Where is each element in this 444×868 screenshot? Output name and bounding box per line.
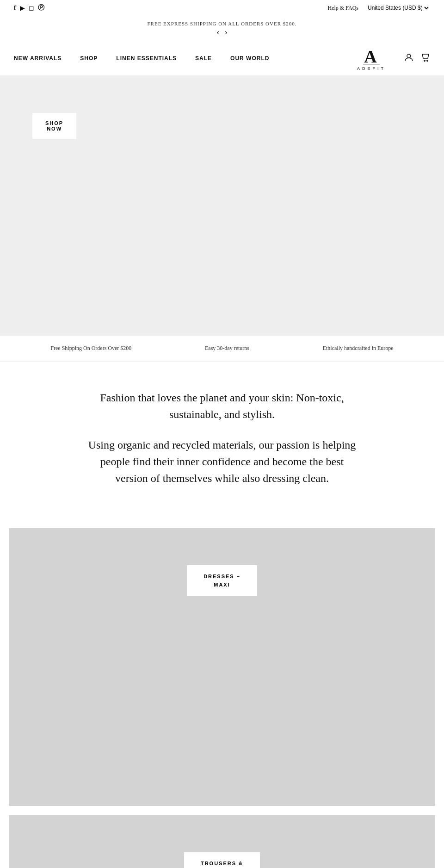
category-trousers-jumpsuits-button[interactable]: TROUSERS &JUMPSUITS — [184, 852, 260, 868]
svg-point-4 — [427, 60, 428, 61]
feature-shipping: Free Shipping On Orders Over $200 — [50, 345, 131, 352]
category-dresses-maxi-button[interactable]: DRESSES –MAXI — [187, 565, 257, 596]
currency-selector[interactable]: United States (USD $) — [366, 4, 430, 12]
account-icon[interactable] — [404, 53, 413, 64]
user-actions — [404, 48, 430, 69]
shop-now-button[interactable]: SHOPNOW — [32, 113, 76, 139]
announcement-prev-btn[interactable]: ‹ — [217, 28, 219, 37]
logo-sub: ADEFIT — [357, 66, 386, 71]
announcement-bar: FREE EXPRESS SHIPPING ON ALL ORDERS OVER… — [0, 16, 444, 41]
nav-shop[interactable]: SHOP — [80, 46, 98, 71]
nav-sale[interactable]: SALE — [195, 46, 212, 71]
nav-linen-essentials[interactable]: LINEN ESSENTIALS — [116, 46, 177, 71]
announcement-next-btn[interactable]: › — [225, 28, 227, 37]
mission-para-1: Fashion that loves the planet and your s… — [88, 389, 356, 423]
announcement-text: FREE EXPRESS SHIPPING ON ALL ORDERS OVER… — [147, 21, 296, 26]
mission-para-2: Using organic and recycled materials, ou… — [88, 437, 356, 487]
category-block-dresses-maxi: DRESSES –MAXI — [9, 528, 435, 806]
cart-icon[interactable] — [421, 53, 430, 64]
social-icons: 𝐟 ▶ ◻ Ⓟ — [14, 4, 44, 12]
categories-section: DRESSES –MAXI TROUSERS &JUMPSUITS TOPS &… — [0, 514, 444, 868]
instagram-icon[interactable]: ◻ — [29, 4, 34, 12]
svg-point-2 — [407, 54, 411, 58]
feature-returns: Easy 30-day returns — [205, 345, 249, 352]
nav-new-arrivals[interactable]: NEW ARRIVALS — [14, 46, 62, 71]
nav-links: NEW ARRIVALS SHOP LINEN ESSENTIALS SALE … — [14, 46, 339, 71]
top-bar: 𝐟 ▶ ◻ Ⓟ Help & FAQs United States (USD $… — [0, 0, 444, 16]
facebook-icon[interactable]: 𝐟 — [14, 4, 16, 12]
logo[interactable]: A ADEFIT — [339, 41, 404, 75]
youtube-icon[interactable]: ▶ — [20, 4, 25, 12]
category-block-trousers-jumpsuits: TROUSERS &JUMPSUITS — [9, 815, 435, 868]
logo-icon: A — [361, 46, 382, 66]
top-right: Help & FAQs United States (USD $) — [328, 4, 430, 12]
pinterest-icon[interactable]: Ⓟ — [38, 4, 44, 12]
nav-container: NEW ARRIVALS SHOP LINEN ESSENTIALS SALE … — [0, 41, 444, 76]
mission-section: Fashion that loves the planet and your s… — [74, 389, 370, 487]
features-bar: Free Shipping On Orders Over $200 Easy 3… — [0, 335, 444, 362]
hero-section: SHOPNOW — [0, 76, 444, 335]
svg-text:A: A — [364, 47, 378, 66]
svg-point-3 — [424, 60, 425, 61]
feature-handcrafted: Ethically handcrafted in Europe — [323, 345, 394, 352]
nav-our-world[interactable]: OUR WORLD — [230, 46, 269, 71]
help-faqs-link[interactable]: Help & FAQs — [328, 5, 358, 12]
